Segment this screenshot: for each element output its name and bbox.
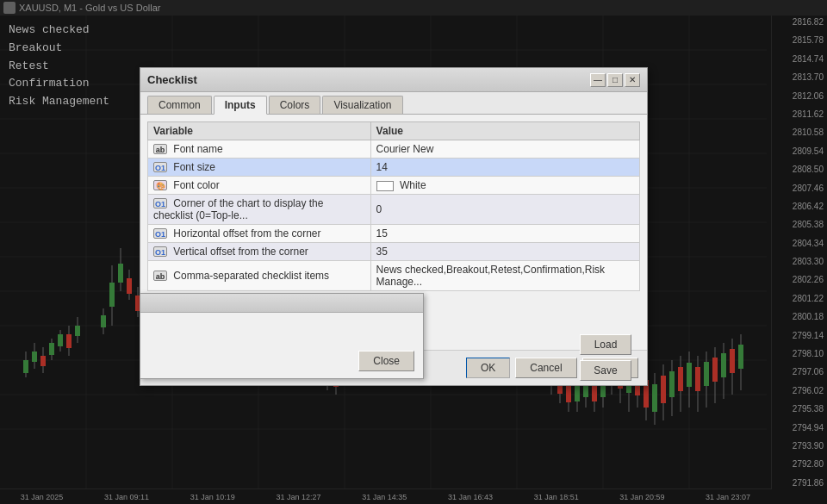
property-table: Variable Value ab Font name Courier New … xyxy=(147,121,640,291)
table-row[interactable]: ab Comma-separated checklist items News … xyxy=(148,261,640,291)
variable-cell: ab Comma-separated checklist items xyxy=(148,261,371,291)
secondary-dialog-titlebar xyxy=(140,294,423,313)
table-row[interactable]: O1 Vertical offset from the corner 35 xyxy=(148,243,640,261)
secondary-dialog: Close xyxy=(140,293,424,379)
cancel-button[interactable]: Cancel xyxy=(515,358,576,378)
type-icon-ab: ab xyxy=(153,271,167,281)
value-cell[interactable]: Courier New xyxy=(370,140,639,159)
dialog-close-button[interactable]: ✕ xyxy=(625,73,640,87)
side-buttons: Load Save xyxy=(580,334,631,381)
dialog-maximize-button[interactable]: □ xyxy=(607,73,623,87)
type-icon-o1: O1 xyxy=(153,162,167,172)
col-variable: Variable xyxy=(148,122,371,140)
variable-cell: O1 Font size xyxy=(148,159,371,177)
dialog-tabs: Common Inputs Colors Visualization xyxy=(140,92,647,115)
type-icon-ab: ab xyxy=(153,144,167,154)
type-icon-o1: O1 xyxy=(153,198,167,208)
variable-cell: O1 Horizontal offset from the corner xyxy=(148,225,371,243)
type-icon-paint: 🎨 xyxy=(153,180,167,190)
dialog-minimize-button[interactable]: — xyxy=(590,73,606,87)
load-button[interactable]: Load xyxy=(580,334,631,355)
dialog-window-controls: — □ ✕ xyxy=(590,73,640,87)
table-row[interactable]: ab Font name Courier New xyxy=(148,140,640,159)
tab-inputs[interactable]: Inputs xyxy=(214,96,267,115)
tab-common[interactable]: Common xyxy=(147,96,212,114)
value-cell[interactable]: 15 xyxy=(370,225,639,243)
value-cell[interactable]: News checked,Breakout,Retest,Confirmatio… xyxy=(370,261,639,291)
tab-colors[interactable]: Colors xyxy=(269,96,321,114)
variable-cell: O1 Vertical offset from the corner xyxy=(148,243,371,261)
value-cell[interactable]: White xyxy=(370,177,639,195)
variable-cell: 🎨 Font color xyxy=(148,177,371,195)
table-row[interactable]: O1 Corner of the chart to display the ch… xyxy=(148,195,640,225)
save-button[interactable]: Save xyxy=(580,360,631,381)
dialog-title: Checklist xyxy=(147,73,197,86)
ok-button[interactable]: OK xyxy=(466,358,510,378)
dialog-titlebar: Checklist — □ ✕ xyxy=(140,68,647,92)
table-row[interactable]: 🎨 Font color White xyxy=(148,177,640,195)
color-swatch-white xyxy=(376,181,394,191)
close-button[interactable]: Close xyxy=(358,351,414,371)
value-cell[interactable]: 14 xyxy=(370,159,639,177)
col-value: Value xyxy=(370,122,639,140)
type-icon-o1: O1 xyxy=(153,228,167,239)
table-row[interactable]: O1 Font size 14 xyxy=(148,159,640,177)
secondary-dialog-footer: Close xyxy=(358,351,414,371)
tab-visualization[interactable]: Visualization xyxy=(322,96,402,114)
variable-cell: ab Font name xyxy=(148,140,371,159)
value-cell[interactable]: 35 xyxy=(370,243,639,261)
type-icon-o1: O1 xyxy=(153,246,167,257)
table-row[interactable]: O1 Horizontal offset from the corner 15 xyxy=(148,225,640,243)
value-cell[interactable]: 0 xyxy=(370,195,639,225)
variable-cell: O1 Corner of the chart to display the ch… xyxy=(148,195,371,225)
